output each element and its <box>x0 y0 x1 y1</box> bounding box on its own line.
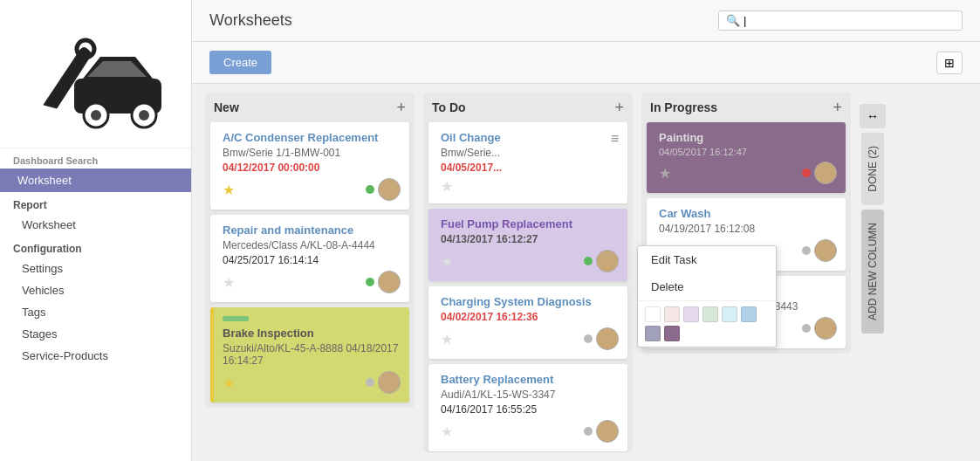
search-icon: 🔍 <box>726 14 740 27</box>
avatar <box>596 250 619 272</box>
toolbar: Create ⊞ <box>192 42 980 84</box>
column-todo-add-button[interactable]: + <box>614 100 624 115</box>
sidebar-section-report[interactable]: Report <box>0 192 191 214</box>
card-accent-bar <box>223 316 249 321</box>
card-title: Charging System Diagnosis <box>441 295 619 308</box>
status-dot <box>584 334 593 343</box>
star-icon[interactable]: ★ <box>223 274 235 291</box>
column-new-header: New + <box>205 93 415 122</box>
column-inprogress-add-button[interactable]: + <box>833 100 842 115</box>
color-swatch-5[interactable] <box>722 306 737 322</box>
search-box[interactable]: 🔍 <box>718 10 963 31</box>
create-button[interactable]: Create <box>209 51 271 74</box>
card-subtitle: 04/19/2017 16:12:08 <box>659 223 837 235</box>
sidebar-item-service-products[interactable]: Service-Products <box>0 345 191 367</box>
card-title: Repair and maintenance <box>223 224 401 237</box>
avatar <box>378 371 401 394</box>
card-ac-condenser: A/C Condenser Replacement Bmw/Serie 1/1-… <box>210 122 409 210</box>
done-column-button[interactable]: DONE (2) <box>861 133 884 205</box>
card-title: Fuel Pump Replacement <box>441 217 619 230</box>
star-icon[interactable]: ★ <box>441 423 453 440</box>
main-header: Worksheets 🔍 <box>192 0 980 42</box>
status-dot <box>366 185 374 194</box>
card-subtitle: Bmw/Serie 1/1-BMW-001 <box>223 147 401 159</box>
card-date: 04/12/2017 00:00:00 <box>223 162 401 174</box>
avatar <box>378 271 401 293</box>
column-new-cards: A/C Condenser Replacement Bmw/Serie 1/1-… <box>205 122 415 408</box>
star-icon[interactable]: ★ <box>223 182 235 198</box>
card-title: Car Wash <box>659 207 837 220</box>
card-footer: ★ <box>659 162 837 184</box>
card-footer: ★ <box>223 271 401 293</box>
card-avatars <box>802 239 837 262</box>
add-new-column-button[interactable]: ADD NEW COLUMN <box>861 210 884 334</box>
sidebar-item-report-worksheet[interactable]: Worksheet <box>0 214 191 236</box>
card-date: 04/16/2017 16:55:25 <box>441 403 619 416</box>
card-date: 04/25/2017 16:14:14 <box>223 254 401 266</box>
color-swatch-3[interactable] <box>683 306 699 322</box>
arrow-toggle-button[interactable]: ↔ <box>860 104 886 128</box>
context-menu-edit-task[interactable]: Edit Task <box>638 246 776 273</box>
sidebar-item-worksheet[interactable]: Worksheet <box>0 169 191 192</box>
status-dot <box>802 246 811 255</box>
card-subtitle: 04/05/2017 16:12:47 <box>659 147 837 157</box>
sidebar-item-vehicles[interactable]: Vehicles <box>0 279 191 301</box>
status-dot <box>802 324 811 333</box>
avatar <box>378 178 401 201</box>
color-swatch-2[interactable] <box>664 306 680 322</box>
status-dot <box>366 378 374 387</box>
card-brake-inspection: Brake Inspection Suzuki/Alto/KL-45-A-888… <box>210 307 409 403</box>
card-title: Painting <box>659 131 837 144</box>
card-footer: ★ <box>441 250 619 272</box>
star-icon[interactable]: ★ <box>441 178 453 195</box>
sidebar-item-tags[interactable]: Tags <box>0 301 191 323</box>
card-date: 04/02/2017 16:12:36 <box>441 311 619 323</box>
avatar <box>814 317 837 340</box>
context-menu-delete[interactable]: Delete <box>638 273 776 300</box>
sidebar-section-configuration[interactable]: Configuration <box>0 236 191 258</box>
sidebar-item-settings[interactable]: Settings <box>0 258 191 279</box>
context-menu: Edit Task Delete <box>637 245 777 347</box>
card-avatars <box>802 162 837 184</box>
column-inprogress-header: In Progress + <box>641 93 851 122</box>
column-todo-cards: Oil Change ≡ Bmw/Serie... 04/05/2017... … <box>423 122 633 452</box>
avatar <box>596 420 619 443</box>
star-icon[interactable]: ★ <box>441 253 453 270</box>
card-title: A/C Condenser Replacement <box>223 131 401 144</box>
star-icon[interactable]: ★ <box>223 375 235 391</box>
color-swatch-1[interactable] <box>645 306 661 322</box>
card-footer: ★ <box>223 178 401 201</box>
column-inprogress-title: In Progress <box>650 100 717 114</box>
color-swatch-6[interactable] <box>741 306 757 322</box>
card-footer: ★ <box>223 371 401 394</box>
card-oil-change: Oil Change ≡ Bmw/Serie... 04/05/2017... … <box>428 122 627 203</box>
color-swatch-8[interactable] <box>664 326 680 341</box>
card-charging-system: Charging System Diagnosis 04/02/2017 16:… <box>428 286 627 359</box>
card-avatars <box>366 371 401 394</box>
avatar <box>814 162 837 184</box>
sidebar-item-stages[interactable]: Stages <box>0 323 191 345</box>
side-controls: ↔ DONE (2) ADD NEW COLUMN <box>860 93 886 338</box>
dashboard-search-label: Dashboard Search <box>0 148 191 169</box>
color-swatch-4[interactable] <box>702 306 718 322</box>
sidebar: Dashboard Search Worksheet Report Worksh… <box>0 0 192 461</box>
star-icon[interactable]: ★ <box>659 165 671 182</box>
grid-toggle-button[interactable]: ⊞ <box>936 52 963 74</box>
card-menu-icon[interactable]: ≡ <box>611 131 619 147</box>
card-avatars <box>366 178 401 201</box>
search-input[interactable] <box>744 14 955 27</box>
card-footer: ★ <box>441 178 619 195</box>
column-new-add-button[interactable]: + <box>396 100 406 115</box>
card-footer: ★ <box>441 327 619 350</box>
context-menu-colors <box>638 300 776 347</box>
color-swatch-7[interactable] <box>645 326 661 341</box>
page-title: Worksheets <box>209 11 292 30</box>
avatar <box>596 327 619 350</box>
status-dot <box>366 278 374 286</box>
column-todo-header: To Do + <box>423 93 633 122</box>
card-painting: Painting 04/05/2017 16:12:47 ★ <box>647 122 846 193</box>
star-icon[interactable]: ★ <box>441 331 453 347</box>
card-avatars <box>584 327 619 350</box>
card-title: Brake Inspection <box>223 327 401 340</box>
card-title: Oil Change <box>441 131 501 144</box>
